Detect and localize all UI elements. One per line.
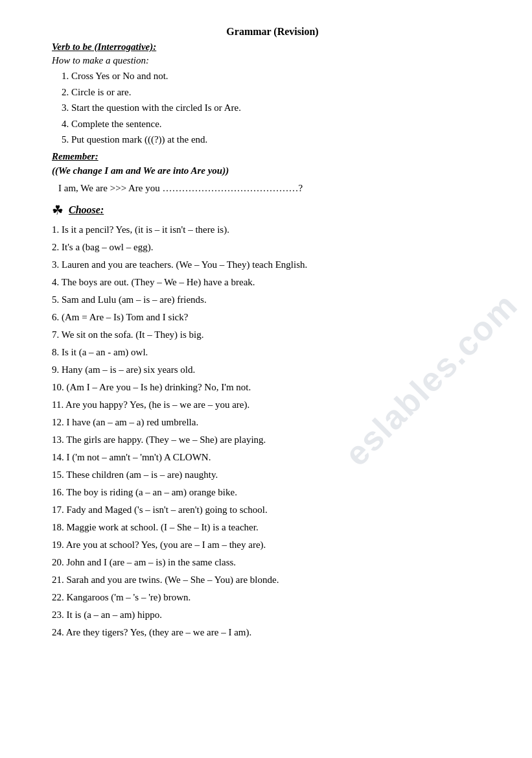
exercise-item: 13. The girls are happy. (They – we – Sh… [52,432,493,447]
page-title: Grammar (Revision) [52,26,493,38]
are-you-example: I am, We are >>> Are you ……………………………………? [58,180,493,196]
exercise-item: 22. Kangaroos ('m – 's – 're) brown. [52,589,493,605]
exercise-item: 3. Lauren and you are teachers. (We – Yo… [52,257,493,272]
step-5: Put question mark (((?)) at the end. [71,132,493,147]
exercise-item: 9. Hany (am – is – are) six years old. [52,362,493,377]
exercise-item: 4. The boys are out. (They – We – He) ha… [52,274,493,290]
exercise-item: 14. I ('m not – amn't – 'mn't) A CLOWN. [52,449,493,465]
step-4: Complete the sentence. [71,117,493,132]
choose-label: Choose: [69,204,104,216]
exercise-item: 1. Is it a pencil? Yes, (it is – it isn'… [52,222,493,237]
step-2: Circle is or are. [71,85,493,100]
exercise-item: 15. These children (am – is – are) naugh… [52,467,493,482]
exercise-list: 1. Is it a pencil? Yes, (it is – it isn'… [52,222,493,640]
exercise-item: 21. Sarah and you are twins. (We – She –… [52,572,493,587]
exercise-item: 18. Maggie work at school. (I – She – It… [52,519,493,535]
choose-header: ☘ Choose: [52,202,493,218]
choose-section: ☘ Choose: 1. Is it a pencil? Yes, (it is… [52,202,493,640]
exercise-item: 24. Are they tigers? Yes, (they are – we… [52,624,493,640]
exercise-item: 6. (Am = Are – Is) Tom and I sick? [52,309,493,325]
exercise-item: 16. The boy is riding (a – an – am) oran… [52,484,493,500]
verb-to-be-title: Verb to be (Interrogative): [52,41,493,53]
exercise-item: 19. Are you at school? Yes, (you are – I… [52,537,493,552]
remember-title: Remember: [52,151,493,162]
steps-list: Cross Yes or No and not. Circle is or ar… [71,69,493,147]
exercise-item: 23. It is (a – an – am) hippo. [52,607,493,622]
remember-rule: ((We change I am and We are into Are you… [52,163,493,178]
exercise-item: 20. John and I (are – am – is) in the sa… [52,554,493,570]
exercise-item: 10. (Am I – Are you – Is he) drinking? N… [52,379,493,395]
exercise-item: 8. Is it (a – an - am) owl. [52,344,493,360]
exercise-item: 11. Are you happy? Yes, (he is – we are … [52,397,493,412]
exercise-item: 17. Fady and Maged ('s – isn't – aren't)… [52,502,493,517]
step-3: Start the question with the circled Is o… [71,101,493,115]
exercise-item: 12. I have (an – am – a) red umbrella. [52,414,493,430]
flower-icon: ☘ [52,202,64,218]
step-1: Cross Yes or No and not. [71,69,493,84]
exercise-item: 7. We sit on the sofa. (It – They) is bi… [52,327,493,342]
exercise-item: 5. Sam and Lulu (am – is – are) friends. [52,292,493,307]
exercise-item: 2. It's a (bag – owl – egg). [52,239,493,255]
how-to-subtitle: How to make a question: [52,55,493,66]
